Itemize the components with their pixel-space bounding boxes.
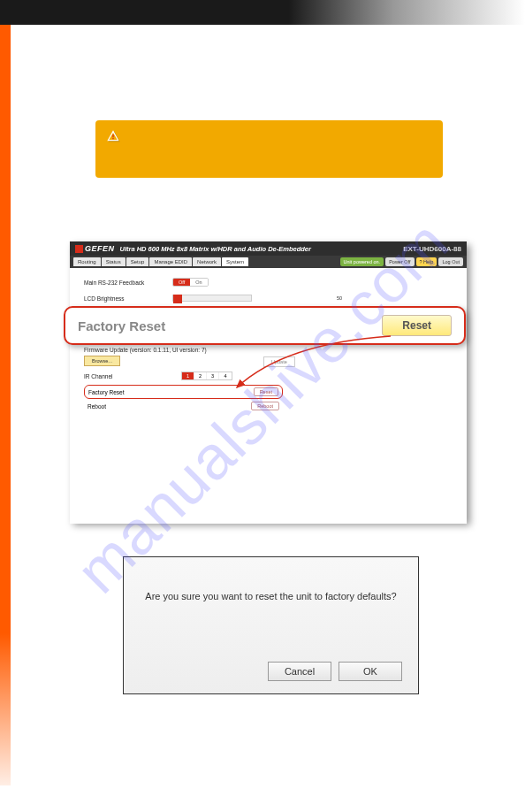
ir-option-4[interactable]: 4 <box>219 372 232 379</box>
tab-status[interactable]: Status <box>102 257 126 266</box>
logout-button[interactable]: Log Out <box>438 257 463 266</box>
callout-label: Factory Reset <box>78 318 165 333</box>
ir-option-2[interactable]: 2 <box>194 372 207 379</box>
ir-option-3[interactable]: 3 <box>207 372 219 379</box>
lcd-slider[interactable] <box>172 295 252 302</box>
power-off-button[interactable]: Power Off <box>385 257 414 266</box>
brand-text: GEFEN <box>85 244 115 253</box>
warning-box <box>95 120 443 178</box>
ok-button[interactable]: OK <box>339 662 402 681</box>
svg-rect-0 <box>112 134 113 137</box>
device-header: GEFEN Ultra HD 600 MHz 8x8 Matrix w/HDR … <box>70 241 467 256</box>
reboot-button[interactable]: Reboot <box>251 402 279 410</box>
callout-reset-button[interactable]: Reset <box>382 315 452 336</box>
reboot-row: Reboot Reboot <box>88 402 279 410</box>
tab-network[interactable]: Network <box>193 257 221 266</box>
slider-handle[interactable] <box>173 295 182 303</box>
tab-row: Routing Status Setup Manage EDID Network… <box>70 256 467 268</box>
lcd-label: LCD Brightness <box>84 295 172 302</box>
reboot-label: Reboot <box>88 403 106 410</box>
reset-button[interactable]: Reset <box>254 387 278 396</box>
tab-system[interactable]: System <box>222 257 248 266</box>
lcd-value: 50 <box>337 295 342 301</box>
device-screenshot: GEFEN Ultra HD 600 MHz 8x8 Matrix w/HDR … <box>70 241 467 522</box>
factory-reset-callout: Factory Reset Reset <box>64 306 466 345</box>
rs232-toggle[interactable]: Off On <box>172 278 209 287</box>
firmware-label: Firmware Update (version: 0.1.11, UI ver… <box>84 347 207 353</box>
device-title: Ultra HD 600 MHz 8x8 Matrix w/HDR and Au… <box>120 245 404 253</box>
tab-setup[interactable]: Setup <box>126 257 149 266</box>
header-gradient <box>0 0 525 25</box>
help-button[interactable]: ? Help <box>416 257 438 266</box>
warning-icon <box>106 129 120 143</box>
confirm-dialog: Are you sure you want to reset the unit … <box>123 556 419 694</box>
ir-channel-select[interactable]: 1 2 3 4 <box>181 372 232 380</box>
sidebar-accent <box>0 25 11 785</box>
cancel-button[interactable]: Cancel <box>268 662 331 681</box>
ir-channel-row: IR Channel 1 2 3 4 <box>84 372 232 380</box>
tab-manage-edid[interactable]: Manage EDID <box>149 257 192 266</box>
factory-reset-row: Factory Reset Reset <box>84 385 283 399</box>
toggle-off[interactable]: Off <box>173 279 190 286</box>
device-model: EXT-UHD600A-88 <box>403 245 461 253</box>
dialog-message: Are you sure you want to reset the unit … <box>124 591 418 601</box>
rs232-label: Main RS-232 Feedback <box>84 280 172 286</box>
toggle-on[interactable]: On <box>190 279 207 286</box>
ir-option-1[interactable]: 1 <box>182 372 194 379</box>
ir-label: IR Channel <box>84 373 181 379</box>
update-button[interactable]: Update <box>263 356 295 367</box>
firmware-row: Firmware Update (version: 0.1.11, UI ver… <box>84 347 207 366</box>
browse-button[interactable]: Browse... <box>84 356 120 366</box>
factory-reset-label: Factory Reset <box>88 389 124 395</box>
brand-logo: GEFEN <box>75 244 115 253</box>
tab-routing[interactable]: Routing <box>73 257 101 266</box>
power-status-badge: Unit powered on. <box>340 257 384 266</box>
svg-rect-1 <box>112 138 113 139</box>
